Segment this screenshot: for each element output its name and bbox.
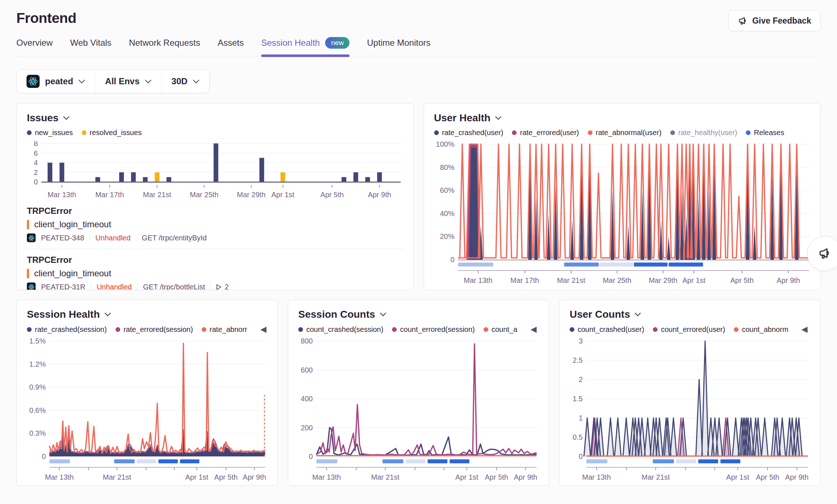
issue-transaction: GET /trpc/entityById [142, 234, 207, 242]
svg-text:Apr 9th: Apr 9th [368, 191, 391, 199]
legend-label: Releases [754, 129, 784, 137]
project-filter[interactable]: peated [17, 70, 95, 93]
user-health-panel: User Health rate_crashed(user)rate_error… [424, 103, 821, 290]
svg-text:Mar 29th: Mar 29th [237, 191, 266, 199]
give-feedback-label: Give Feedback [752, 16, 811, 26]
tab-network-requests[interactable]: Network Requests [129, 37, 200, 56]
tab-assets[interactable]: Assets [218, 37, 244, 56]
svg-text:0.3%: 0.3% [29, 429, 46, 437]
tab-web-vitals[interactable]: Web Vitals [70, 37, 112, 56]
svg-text:40%: 40% [440, 210, 454, 218]
user-health-chart[interactable]: 020%40%60%80%100%Mar 13thMar 17thMar 21s… [434, 141, 810, 287]
chevron-down-icon [380, 313, 386, 316]
legend-item[interactable]: rate_errored(session) [116, 325, 193, 334]
date-range-filter[interactable]: 30D [161, 70, 209, 93]
session-counts-panel-title[interactable]: Session Counts [298, 309, 539, 320]
session-health-legend: rate_crashed(session)rate_errored(sessio… [27, 325, 267, 334]
legend-label: new_issues [35, 129, 73, 137]
svg-text:20%: 20% [440, 232, 454, 240]
legend-item[interactable]: count_errored(user) [653, 325, 725, 334]
pager-prev-icon[interactable]: ◀ [530, 325, 537, 333]
replay-count: 2 [216, 283, 229, 290]
tab-label: Web Vitals [70, 38, 112, 48]
session-counts-chart[interactable]: 0200400600800Mar 13thMar 21stApr 1stApr … [298, 338, 539, 484]
new-badge: new [325, 37, 349, 49]
session-health-chart[interactable]: 00.3%0.6%0.9%1.2%1.5%Mar 13thMar 21stApr… [27, 338, 267, 484]
legend-item[interactable]: rate_abnormal(user) [588, 129, 662, 137]
svg-text:Apr 9th: Apr 9th [785, 473, 808, 481]
legend-item[interactable]: rate_crashed(user) [434, 129, 504, 137]
legend-label: count_a [492, 325, 517, 334]
issues-chart[interactable]: 02468Mar 13thMar 17thMar 21stMar 25thMar… [27, 141, 403, 200]
session-health-panel-title[interactable]: Session Health [27, 309, 267, 320]
legend-item[interactable]: rate_healthy(user) [670, 129, 737, 137]
pager-prev-icon[interactable]: ◀ [801, 325, 808, 333]
chevron-down-icon [78, 80, 85, 84]
issue-row[interactable]: TRPCErrorclient_login_timeoutPEATED-348U… [27, 200, 403, 242]
svg-text:Mar 13th: Mar 13th [464, 276, 492, 284]
issue-type[interactable]: TRPCError [27, 206, 403, 216]
user-counts-panel-title[interactable]: User Counts [570, 309, 810, 320]
svg-text:2.5: 2.5 [573, 356, 583, 364]
legend-item[interactable]: count_crashed(session) [298, 325, 383, 334]
legend-item[interactable]: count_crashed(user) [570, 325, 644, 334]
session-health-title-label: Session Health [27, 309, 100, 320]
tab-overview[interactable]: Overview [16, 37, 53, 56]
legend-dot [27, 130, 32, 135]
error-level-bar [27, 269, 29, 279]
issue-meta-row: PEATED-31RUnhandledGET /trpc/bottleList2 [27, 283, 403, 290]
tab-label: Session Health [261, 38, 320, 48]
legend-label: rate_abnorr [210, 325, 247, 334]
issue-culprit-row: client_login_timeout [27, 219, 403, 229]
legend-item[interactable]: rate_errored(user) [512, 129, 579, 137]
page-header: Frontend Give Feedback [16, 0, 821, 31]
bottom-panels-row: Session Health rate_crashed(session)rate… [16, 300, 821, 486]
legend-dot [392, 327, 397, 332]
legend-label: rate_errored(user) [520, 129, 579, 137]
legend-item[interactable]: count_a [484, 325, 517, 334]
svg-text:1.5%: 1.5% [29, 338, 46, 345]
svg-text:Mar 13th: Mar 13th [312, 473, 341, 481]
legend-item[interactable]: rate_abnorr [202, 325, 247, 334]
issue-short-id: PEATED-348 [41, 234, 84, 242]
svg-text:Apr 1st: Apr 1st [271, 191, 295, 199]
give-feedback-button[interactable]: Give Feedback [728, 10, 821, 31]
tab-uptime-monitors[interactable]: Uptime Monitors [367, 37, 430, 56]
session-health-panel: Session Health rate_crashed(session)rate… [16, 300, 278, 486]
svg-text:Apr 9th: Apr 9th [776, 276, 800, 284]
legend-item[interactable]: new_issues [27, 129, 73, 137]
issue-row[interactable]: TRPCErrorclient_login_timeoutPEATED-31RU… [27, 249, 403, 290]
svg-text:600: 600 [301, 366, 313, 374]
issue-type[interactable]: TRPCError [27, 255, 403, 265]
user-counts-title-label: User Counts [570, 309, 630, 320]
environment-filter[interactable]: All Envs [95, 70, 161, 93]
svg-text:8: 8 [34, 141, 38, 147]
svg-text:0.6%: 0.6% [29, 406, 46, 414]
legend-item[interactable]: Releases [746, 129, 784, 137]
user-health-legend: rate_crashed(user)rate_errored(user)rate… [434, 129, 810, 137]
user-health-panel-title[interactable]: User Health [434, 112, 810, 124]
issues-panel-title[interactable]: Issues [27, 112, 403, 124]
svg-text:Mar 13th: Mar 13th [582, 473, 611, 481]
legend-pager: ◀1/2▶ [256, 325, 267, 334]
issues-panel: Issues new_issuesresolved_issues 02468Ma… [16, 103, 414, 290]
user-counts-chart[interactable]: 00.511.522.53Mar 13thMar 21stApr 1stApr … [570, 338, 810, 484]
legend-pager: ◀1/2▶ [797, 325, 810, 334]
session-counts-title-label: Session Counts [298, 309, 375, 320]
legend-item[interactable]: count_abnorm [734, 325, 788, 334]
tab-session-health[interactable]: Session Healthnew [261, 37, 349, 56]
svg-text:Mar 17th: Mar 17th [95, 191, 124, 199]
legend-item[interactable]: count_errored(session) [392, 325, 475, 334]
error-level-bar [27, 220, 29, 229]
chevron-down-icon [495, 116, 501, 120]
legend-dot [116, 327, 120, 332]
megaphone-icon [738, 16, 748, 26]
legend-dot [734, 327, 739, 332]
legend-item[interactable]: resolved_issues [82, 129, 142, 137]
issues-title-label: Issues [27, 112, 58, 124]
legend-item[interactable]: rate_crashed(session) [27, 325, 107, 334]
pager-prev-icon[interactable]: ◀ [260, 325, 266, 333]
legend-dot [588, 130, 593, 135]
legend-label: count_errored(session) [400, 325, 475, 334]
issue-transaction: GET /trpc/bottleList [143, 283, 205, 290]
